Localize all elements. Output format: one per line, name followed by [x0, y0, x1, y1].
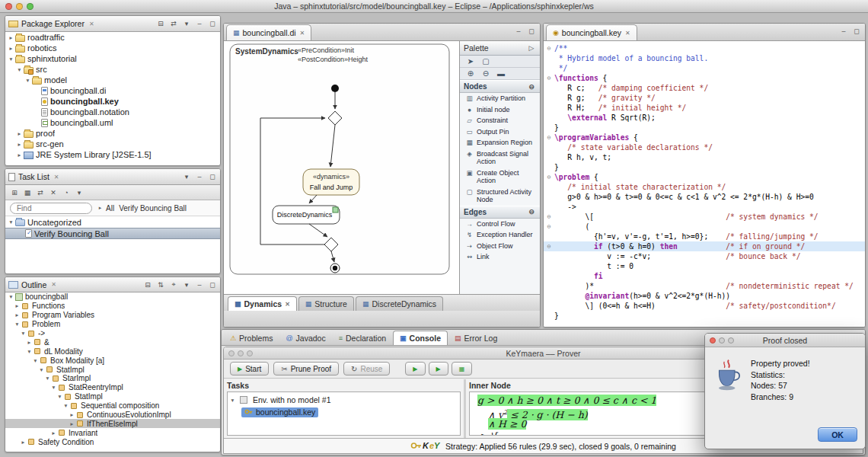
close-window-icon[interactable]: [228, 350, 235, 356]
tab-declaration[interactable]: ≡Declaration: [333, 331, 392, 345]
code-area[interactable]: ⊖/** * Hybrid model of a bouncing ball. …: [544, 41, 865, 327]
code-line-4[interactable]: ⊖\functions {: [544, 73, 865, 83]
palette-node-activity-partition[interactable]: ▥Activity Partition: [460, 93, 540, 104]
palette-node-constraint[interactable]: ▱Constraint: [460, 115, 540, 126]
outline-item-statimpl[interactable]: ▾StatImpl: [5, 365, 220, 374]
zoom-window-icon[interactable]: [27, 3, 34, 10]
outline-item-starimpl[interactable]: ▾StarImpl: [5, 374, 220, 383]
code-line-21[interactable]: ⊖ if (t>0 & h=0) then /* if on ground */: [544, 241, 865, 251]
expander-icon[interactable]: ▾: [56, 393, 63, 400]
zoom-in-icon[interactable]: ⊕: [466, 69, 475, 78]
palette-section-nodes[interactable]: Nodes ⊖: [460, 80, 540, 93]
palette-header[interactable]: Palette ▷: [460, 41, 540, 56]
expander-icon[interactable]: ▸: [50, 430, 57, 436]
outline-item-item[interactable]: ▸&: [5, 337, 220, 347]
palette-edge-exception-handler[interactable]: ↯Exception Handler: [460, 229, 540, 241]
start-button[interactable]: ▶Start: [230, 362, 269, 376]
code-line-27[interactable]: \] (0<=h & h<=H) /* safety/postcondition…: [544, 301, 865, 311]
outline-item-statimpl[interactable]: ▾StatImpl: [5, 392, 220, 401]
expander-icon[interactable]: ▸: [26, 339, 33, 346]
minimize-icon[interactable]: –: [195, 281, 204, 289]
focus-icon[interactable]: ⌖: [169, 280, 178, 289]
fold-icon[interactable]: ⊖: [544, 172, 554, 182]
expander-icon[interactable]: ▾: [229, 397, 236, 404]
code-line-8[interactable]: \external R Sqrt(R);: [544, 113, 865, 123]
code-line-16[interactable]: g>0 & h>=0 & t>=0 & 0<=c & c<1 & v^2 <= …: [544, 192, 865, 202]
outline-item-safety-condition[interactable]: ▸Safety Condition: [5, 437, 220, 446]
palette-edge-link[interactable]: ↭Link: [460, 251, 540, 263]
find-input[interactable]: [10, 203, 92, 214]
expander-icon[interactable]: ▸: [69, 411, 75, 418]
code-line-17[interactable]: ->: [544, 202, 865, 212]
select-icon[interactable]: ➤: [466, 57, 475, 66]
minimize-window-icon[interactable]: [16, 3, 23, 10]
delete-icon[interactable]: ✕: [49, 189, 58, 197]
expander-icon[interactable]: ▸: [69, 420, 75, 427]
palette-edge-object-flow[interactable]: ⇢Object Flow: [460, 241, 540, 252]
explorer-item-jre-system-library-j2se-1-5[interactable]: ▸JRE System Library [J2SE-1.5]: [5, 149, 220, 160]
code-line-24[interactable]: fi: [544, 271, 865, 281]
maximize-icon[interactable]: ◻: [208, 281, 217, 289]
expander-icon[interactable]: ▸: [8, 34, 14, 41]
view-menu-icon[interactable]: ▾: [182, 20, 191, 27]
outline-item-dl-modality[interactable]: ▾dL Modality: [5, 347, 220, 356]
zoom-window-icon[interactable]: [247, 350, 253, 356]
close-icon[interactable]: ✕: [285, 301, 290, 308]
ok-button[interactable]: OK: [818, 427, 857, 442]
expander-icon[interactable]: ▾: [62, 402, 69, 409]
zoom-out-icon[interactable]: ⊖: [481, 69, 490, 78]
tab-console[interactable]: ▣Console: [393, 331, 448, 345]
outline-item-statreentryimpl[interactable]: ▾StatReentryImpl: [5, 383, 220, 392]
expander-icon[interactable]: ▸: [16, 141, 23, 148]
code-line-19[interactable]: ⊖ (: [544, 222, 865, 232]
run-goal-alt-button[interactable]: ▶: [429, 362, 448, 376]
marquee-icon[interactable]: ▢: [481, 57, 490, 66]
subactivity-icon[interactable]: [333, 207, 338, 213]
explorer-item-bouncingball-uml[interactable]: bouncingball.uml: [5, 117, 220, 128]
close-icon[interactable]: ✕: [54, 174, 59, 181]
palette-node-create-object-action[interactable]: ▣Create Object Action: [460, 168, 540, 187]
scope-all[interactable]: ▸All: [97, 204, 114, 213]
code-line-26[interactable]: @invariant(h>=0 & v^2<=2*g*(H-h)): [544, 291, 865, 301]
expander-icon[interactable]: ▾: [8, 293, 14, 300]
fold-icon[interactable]: ⊖: [544, 241, 554, 251]
expander-icon[interactable]: ▸: [14, 302, 21, 309]
view-menu-icon[interactable]: ▾: [182, 173, 191, 181]
diagram-tab-dynamics[interactable]: ▦Dynamics✕: [228, 296, 297, 311]
close-icon[interactable]: ✕: [51, 281, 56, 288]
run-goal-button[interactable]: ▶: [405, 362, 425, 376]
tab-javadoc[interactable]: @Javadoc: [279, 331, 331, 345]
outline-item-item[interactable]: ▾->: [5, 329, 220, 338]
editor-tab-bouncingball-di[interactable]: ▦ bouncingball.di ✕: [226, 24, 311, 40]
minimize-icon[interactable]: –: [514, 27, 523, 35]
explorer-item-src-gen[interactable]: ▸src-gen: [5, 139, 220, 149]
expander-icon[interactable]: ▸: [14, 312, 21, 318]
view-menu-icon[interactable]: ▾: [182, 281, 191, 289]
scope-task[interactable]: Verify Bouncing Ball: [119, 204, 187, 213]
close-icon[interactable]: ✕: [625, 30, 630, 37]
expander-icon[interactable]: ▾: [8, 219, 14, 225]
code-line-13[interactable]: }: [544, 162, 865, 172]
expander-icon[interactable]: ▾: [50, 384, 57, 391]
link-with-editor-icon[interactable]: ⇄: [169, 20, 178, 27]
outline-item-functions[interactable]: ▸Functions: [5, 302, 220, 311]
code-line-20[interactable]: {h'=v, v'=-g, t'=1, h>=0}; /* falling/ju…: [544, 232, 865, 241]
palette-collapse-icon[interactable]: ▷: [527, 44, 536, 52]
expander-icon[interactable]: ▾: [16, 66, 23, 73]
explorer-item-roadtraffic[interactable]: ▸roadtraffic: [5, 32, 220, 43]
outline-item-invariant[interactable]: ▸Invariant: [5, 428, 220, 437]
code-line-7[interactable]: R H; /* initial height */: [544, 103, 865, 113]
close-icon[interactable]: ✕: [300, 30, 305, 37]
code-line-25[interactable]: )* /* nondeterministic repeat */: [544, 281, 865, 291]
palette-node-broadcast-signal-action[interactable]: ◈Broadcast Signal Action: [460, 149, 540, 168]
explorer-item-robotics[interactable]: ▸robotics: [5, 43, 220, 53]
fold-icon[interactable]: ⊖: [544, 133, 554, 142]
tab-error-log[interactable]: ▤Error Log: [448, 331, 503, 345]
fold-icon[interactable]: ⊖: [544, 222, 554, 232]
palette-section-edges[interactable]: Edges ⊖: [460, 206, 540, 219]
expander-icon[interactable]: ▸: [16, 130, 23, 137]
code-line-11[interactable]: /* state variable declarations */: [544, 142, 865, 152]
palette-edge-control-flow[interactable]: →Control Flow: [460, 219, 540, 230]
code-line-22[interactable]: v := -c*v; /* bounce back */: [544, 251, 865, 261]
explorer-item-bouncingball-key[interactable]: bouncingball.key: [5, 96, 220, 107]
